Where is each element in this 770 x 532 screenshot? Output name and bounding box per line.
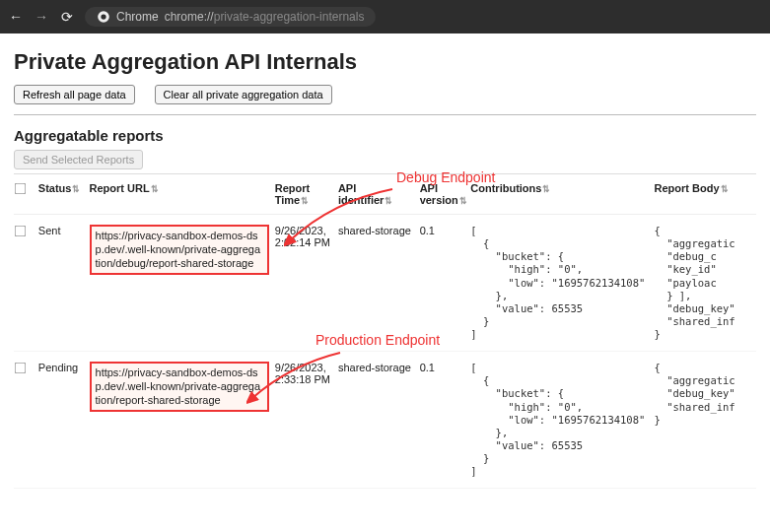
row-api-ver: 0.1 [420,215,471,352]
contrib-json: [ { "bucket": { "high": "0", "low": "169… [470,362,648,478]
refresh-button[interactable]: Refresh all page data [14,85,135,104]
address-bar-url: chrome://private-aggregation-internals [165,10,365,24]
sort-icon: ⇅ [151,184,159,194]
header-api-ver[interactable]: API version⇅ [420,174,471,215]
sort-icon: ⇅ [459,196,467,206]
svg-point-1 [101,14,105,19]
address-bar-label: Chrome [116,10,159,24]
header-contrib[interactable]: Contributions⇅ [470,174,654,215]
divider [14,114,756,115]
browser-toolbar: ← → ⟳ Chrome chrome://private-aggregatio… [0,0,770,33]
sort-icon: ⇅ [301,196,309,206]
url-path: private-aggregation-internals [214,10,365,24]
header-api-id[interactable]: API identifier⇅ [338,174,420,215]
table-header-row: Status⇅ Report URL⇅ Report Time⇅ API ide… [14,174,756,215]
back-icon[interactable]: ← [8,9,24,25]
row-api-id: shared-storage [338,215,420,352]
row-status: Sent [38,215,90,352]
action-button-row: Refresh all page data Clear all private … [14,85,756,104]
row-time: 9/26/2023, 2:02:14 PM [275,215,338,352]
sort-icon: ⇅ [385,196,392,206]
header-checkbox[interactable] [14,174,38,215]
row-body: { "aggregatic "debug_key" "shared_inf } [655,352,757,489]
sort-icon: ⇅ [721,184,729,194]
reload-icon[interactable]: ⟳ [59,9,75,25]
row-time: 9/26/2023, 2:33:18 PM [275,352,338,489]
sort-icon: ⇅ [72,184,80,194]
row-checkbox[interactable] [14,352,38,489]
contrib-json: [ { "bucket": { "high": "0", "low": "169… [470,225,648,341]
row-body: { "aggregatic "debug_c "key_id" "payloac… [655,215,757,352]
url-highlight-box: https://privacy-sandbox-demos-dsp.dev/.w… [90,225,269,275]
row-url: https://privacy-sandbox-demos-dsp.dev/.w… [90,352,275,489]
header-status[interactable]: Status⇅ [38,174,90,215]
row-contrib: [ { "bucket": { "high": "0", "low": "169… [470,215,654,352]
forward-icon: → [34,9,49,25]
clear-button[interactable]: Clear all private aggregation data [155,85,332,104]
header-status-label: Status [38,182,72,194]
row-url: https://privacy-sandbox-demos-dsp.dev/.w… [90,215,275,352]
row-contrib: [ { "bucket": { "high": "0", "low": "169… [470,352,654,489]
header-api-ver-label: API version [420,182,458,206]
chrome-icon [97,10,110,24]
row-status: Pending [38,352,90,489]
table-row: Pending https://privacy-sandbox-demos-ds… [14,352,756,489]
header-time[interactable]: Report Time⇅ [275,174,338,215]
header-url-label: Report URL [90,182,150,194]
table-row: Sent https://privacy-sandbox-demos-dsp.d… [14,215,756,352]
header-contrib-label: Contributions [470,182,541,194]
reports-table: Status⇅ Report URL⇅ Report Time⇅ API ide… [14,173,756,489]
body-json: { "aggregatic "debug_c "key_id" "payloac… [655,225,751,341]
send-selected-button: Send Selected Reports [14,150,143,169]
address-bar[interactable]: Chrome chrome://private-aggregation-inte… [85,7,376,27]
header-url[interactable]: Report URL⇅ [90,174,275,215]
sort-icon: ⇅ [542,184,550,194]
url-highlight-box: https://privacy-sandbox-demos-dsp.dev/.w… [90,362,269,412]
page-body: Private Aggregation API Internals Refres… [0,33,770,499]
body-json: { "aggregatic "debug_key" "shared_inf } [655,362,751,427]
row-api-id: shared-storage [338,352,420,489]
header-body-label: Report Body [655,182,720,194]
section-title: Aggregatable reports [14,127,756,144]
header-api-id-label: API identifier [338,182,384,206]
page-title: Private Aggregation API Internals [14,49,756,75]
url-scheme: chrome:// [165,10,214,24]
row-checkbox[interactable] [14,215,38,352]
row-api-ver: 0.1 [420,352,471,489]
header-body[interactable]: Report Body⇅ [655,174,757,215]
